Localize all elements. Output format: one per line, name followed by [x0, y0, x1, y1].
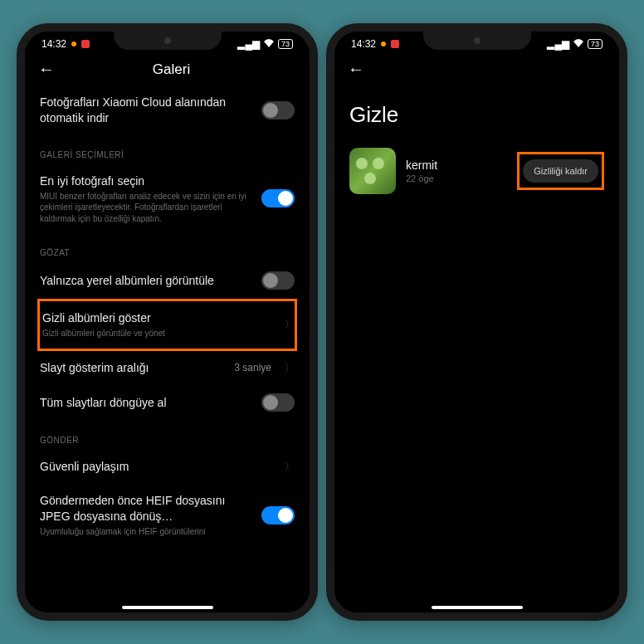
chevron-right-icon: 〉 [285, 318, 295, 332]
wifi-icon [573, 38, 584, 50]
chevron-right-icon: 〉 [285, 460, 295, 474]
status-left: 14:32 [351, 38, 399, 50]
album-count: 22 öge [406, 173, 507, 183]
phone-left: 14:32 ▂▄▆ 73 ← Galeri Fotoğrafları Xiaom… [17, 23, 318, 621]
row-secure-sharing[interactable]: Güvenli paylaşım 〉 [40, 450, 295, 484]
status-time: 14:32 [41, 38, 66, 50]
page-title: Gizle [334, 85, 619, 148]
row-desc: Gizli albümleri görüntüle ve yönet [42, 328, 271, 339]
wifi-icon [263, 38, 275, 50]
rec-indicator-icon [381, 41, 386, 46]
back-button[interactable]: ← [38, 60, 55, 79]
settings-content[interactable]: Fotoğrafları Xiaomi Cloud alanından otom… [25, 85, 310, 612]
signal-icon: ▂▄▆ [547, 38, 569, 50]
row-label: Fotoğrafları Xiaomi Cloud alanından otom… [40, 95, 253, 126]
home-indicator[interactable] [122, 606, 213, 609]
section-gallery-options: GALERİ SEÇİMLERİ [40, 150, 295, 159]
row-label: Slayt gösterim aralığı [40, 360, 226, 376]
row-label: En iyi fotoğrafı seçin [40, 173, 253, 189]
album-row[interactable]: kermit 22 öge Gizliliği kaldır [334, 148, 619, 194]
header: ← [334, 53, 619, 85]
chevron-right-icon: 〉 [285, 361, 295, 375]
row-hidden-albums[interactable]: Gizli albümleri göster Gizli albümleri g… [37, 299, 297, 350]
toggle-loop-slides[interactable] [261, 393, 295, 412]
row-label: Tüm slaytları döngüye al [40, 395, 253, 411]
status-time: 14:32 [351, 38, 376, 50]
album-name: kermit [406, 159, 507, 172]
row-heif-to-jpeg[interactable]: Göndermeden önce HEIF dosyasını JPEG dos… [40, 484, 295, 546]
row-slideshow-interval[interactable]: Slayt gösterim aralığı 3 saniye 〉 [40, 351, 295, 385]
app-indicator-icon [81, 40, 90, 48]
row-label: Yalnızca yerel albümleri görüntüle [40, 273, 253, 289]
album-thumbnail[interactable] [349, 148, 396, 194]
row-label: Güvenli paylaşım [40, 459, 271, 475]
screen: 14:32 ▂▄▆ 73 ← Galeri Fotoğrafları Xiaom… [25, 32, 310, 612]
home-indicator[interactable] [432, 606, 523, 609]
section-browse: GÖZAT [40, 248, 295, 257]
highlight-box: Gizliliği kaldır [517, 152, 604, 190]
header: ← Galeri [25, 53, 310, 85]
page-title: Galeri [71, 61, 271, 78]
screen: 14:32 ▂▄▆ 73 ← Gizle kermit 22 öge [334, 32, 619, 612]
row-label: Göndermeden önce HEIF dosyasını JPEG dos… [40, 493, 253, 524]
section-send: GÖNDER [40, 436, 295, 445]
unhide-button[interactable]: Gizliliği kaldır [523, 159, 598, 183]
rec-indicator-icon [71, 41, 76, 46]
signal-icon: ▂▄▆ [237, 38, 260, 50]
row-desc: Uyumluluğu sağlamak için HEIF görüntüler… [40, 526, 253, 538]
row-value: 3 saniye [234, 362, 271, 373]
back-button[interactable]: ← [348, 60, 364, 79]
app-indicator-icon [391, 40, 399, 48]
battery-icon: 73 [278, 39, 293, 49]
status-right: ▂▄▆ 73 [237, 38, 293, 50]
row-best-photo[interactable]: En iyi fotoğrafı seçin MIUI benzer fotoğ… [40, 164, 295, 233]
toggle-cloud-download[interactable] [261, 101, 295, 120]
row-local-albums[interactable]: Yalnızca yerel albümleri görüntüle [40, 262, 295, 299]
row-cloud-download[interactable]: Fotoğrafları Xiaomi Cloud alanından otom… [40, 85, 295, 135]
row-desc: MIUI benzer fotoğrafları analiz edecek v… [40, 191, 253, 225]
toggle-local-albums[interactable] [261, 271, 295, 290]
battery-icon: 73 [588, 39, 603, 49]
notch [114, 32, 222, 50]
row-label: Gizli albümleri göster [42, 310, 271, 326]
toggle-best-photo[interactable] [261, 189, 295, 207]
status-right: ▂▄▆ 73 [547, 38, 603, 50]
status-left: 14:32 [41, 38, 90, 50]
album-info: kermit 22 öge [406, 159, 507, 183]
notch [423, 32, 531, 50]
toggle-heif-to-jpeg[interactable] [261, 506, 295, 524]
row-loop-slides[interactable]: Tüm slaytları döngüye al [40, 384, 295, 421]
phone-right: 14:32 ▂▄▆ 73 ← Gizle kermit 22 öge [326, 23, 627, 621]
